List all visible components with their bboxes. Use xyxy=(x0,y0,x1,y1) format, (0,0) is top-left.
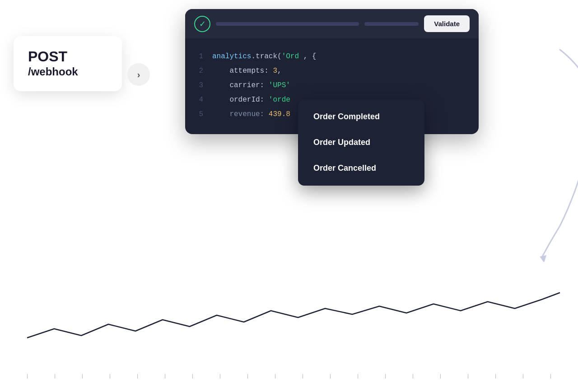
code-line-2: 2 attempts: 3, xyxy=(194,64,470,78)
arrow-icon: › xyxy=(127,63,150,86)
code-line-3: 3 carrier: 'UPS' xyxy=(194,78,470,93)
header-line-1 xyxy=(216,22,359,26)
code-text-3: carrier: 'UPS' xyxy=(212,78,290,93)
x-axis-ticks xyxy=(27,374,551,378)
code-panel-header: ✓ Validate xyxy=(185,9,479,38)
dropdown-item-order-completed[interactable]: Order Completed xyxy=(303,104,420,130)
code-text-2: attempts: 3, xyxy=(212,64,282,78)
webhook-path: /webhook xyxy=(28,65,107,79)
line-num-5: 5 xyxy=(194,107,203,121)
line-num-3: 3 xyxy=(194,78,203,93)
code-text-5: revenue: 439.8 xyxy=(212,107,290,121)
line-num-2: 2 xyxy=(194,64,203,78)
webhook-card: POST /webhook xyxy=(14,36,122,91)
dropdown-item-order-updated[interactable]: Order Updated xyxy=(303,130,420,155)
header-line-2 xyxy=(364,22,419,26)
code-line-1: 1 analytics.track('Ord , { xyxy=(194,49,470,64)
line-num-1: 1 xyxy=(194,49,203,64)
code-text-4: orderId: 'orde xyxy=(212,93,290,107)
dropdown-menu: Order Completed Order Updated Order Canc… xyxy=(298,99,424,186)
bottom-chart xyxy=(0,266,578,365)
curve-arrow-decoration xyxy=(488,36,578,262)
check-circle: ✓ xyxy=(194,16,210,32)
dropdown-item-order-cancelled[interactable]: Order Cancelled xyxy=(303,155,420,181)
code-text-1: analytics.track('Ord , { xyxy=(212,49,316,64)
svg-marker-0 xyxy=(540,255,546,262)
checkmark-icon: ✓ xyxy=(199,20,206,28)
webhook-method: POST xyxy=(28,49,107,65)
line-num-4: 4 xyxy=(194,93,203,107)
validate-button[interactable]: Validate xyxy=(424,15,470,32)
